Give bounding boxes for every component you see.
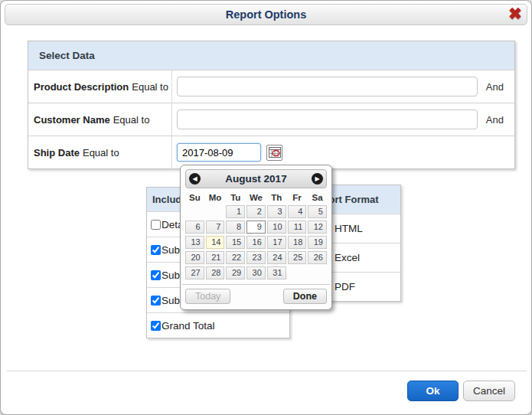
customer-name-input[interactable]: [177, 109, 478, 129]
calendar-day-8[interactable]: 8: [226, 221, 245, 234]
calendar-empty-cell: [288, 266, 307, 278]
calendar-day-12[interactable]: 12: [308, 221, 327, 234]
calendar-day-29[interactable]: 29: [226, 266, 245, 279]
footer-divider: [7, 371, 527, 371]
calendar-day-24[interactable]: 24: [267, 251, 286, 264]
datepicker-popup: ◀ August 2017 ▶ SuMoTuWeThFrSa 123456789…: [180, 165, 332, 310]
calendar-day-26[interactable]: 26: [308, 251, 327, 264]
select-data-table: Select Data Product Description Equal to…: [28, 41, 515, 169]
calendar-day-header: Th: [267, 191, 286, 204]
calendar-day-14[interactable]: 14: [206, 236, 225, 249]
calendar-day-header: We: [246, 191, 266, 204]
calendar-empty-cell: [185, 205, 204, 217]
calendar-day-11[interactable]: 11: [288, 221, 307, 234]
include-row-grand-total[interactable]: Grand Total: [147, 312, 289, 338]
calendar-day-13[interactable]: 13: [185, 236, 204, 249]
prev-month-icon: ◀: [192, 176, 197, 182]
sub-checkbox-2[interactable]: [151, 270, 161, 280]
calendar-day-header: Su: [185, 191, 204, 204]
calendar-day-2[interactable]: 2: [246, 205, 266, 218]
include-label: Sub: [162, 295, 180, 306]
ok-button[interactable]: Ok: [407, 381, 459, 401]
close-icon: ✖: [508, 5, 522, 21]
sub-checkbox-3[interactable]: [151, 296, 161, 306]
next-month-button[interactable]: ▶: [312, 173, 323, 185]
calendar-day-7[interactable]: 7: [206, 221, 225, 234]
calendar-day-header: Mo: [206, 191, 225, 204]
include-label: Sub: [162, 244, 180, 256]
calendar-day-header: Tu: [226, 191, 245, 204]
calendar-day-16[interactable]: 16: [246, 236, 266, 249]
calendar-empty-cell: [308, 266, 327, 278]
calendar-day-27[interactable]: 27: [185, 266, 204, 279]
calendar-day-30[interactable]: 30: [246, 266, 266, 279]
and-label: And: [486, 114, 504, 126]
calendar-day-header: Fr: [288, 191, 307, 204]
calendar-day-1[interactable]: 1: [226, 205, 245, 218]
calendar-day-31[interactable]: 31: [267, 266, 286, 279]
detail-checkbox[interactable]: [151, 220, 161, 230]
sub-checkbox-1[interactable]: [151, 245, 161, 255]
grand-total-checkbox[interactable]: [151, 321, 161, 331]
calendar-day-5[interactable]: 5: [308, 205, 327, 218]
month-year-label: August 2017: [225, 173, 286, 185]
dialog-title-bar: Report Options: [5, 4, 527, 25]
calendar-day-headers: SuMoTuWeThFrSa: [185, 191, 327, 204]
calendar-day-header: Sa: [308, 191, 327, 204]
calendar-day-28[interactable]: 28: [206, 266, 225, 279]
include-label: Grand Total: [162, 320, 215, 332]
calendar-day-20[interactable]: 20: [185, 251, 204, 264]
calendar-day-18[interactable]: 18: [288, 236, 307, 249]
select-data-header: Select Data: [28, 41, 514, 70]
next-month-icon: ▶: [315, 176, 319, 182]
calendar-day-15[interactable]: 15: [226, 236, 245, 249]
calendar-day-25[interactable]: 25: [288, 251, 307, 264]
customer-name-label: Customer Name Equal to: [28, 103, 172, 136]
report-options-dialog: Report Options ✖ Select Data Product Des…: [0, 0, 532, 415]
product-description-label: Product Description Equal to: [28, 70, 172, 103]
include-label: Sub: [162, 270, 180, 281]
product-description-input[interactable]: [177, 77, 478, 96]
calendar-day-10[interactable]: 10: [267, 221, 286, 234]
calendar-day-4[interactable]: 4: [288, 205, 307, 218]
filter-row-product-description: Product Description Equal to And: [28, 70, 514, 103]
calendar-day-3[interactable]: 3: [267, 205, 286, 218]
calendar-day-6[interactable]: 6: [185, 221, 204, 234]
done-button[interactable]: Done: [283, 289, 327, 304]
calendar-day-22[interactable]: 22: [226, 251, 245, 264]
ship-date-label: Ship Date Equal to: [28, 136, 172, 168]
close-button[interactable]: ✖: [505, 2, 525, 24]
cancel-button[interactable]: Cancel: [463, 381, 515, 401]
today-button[interactable]: Today: [185, 289, 230, 304]
datepicker-header: ◀ August 2017 ▶: [185, 169, 327, 188]
ship-date-input[interactable]: [177, 143, 261, 162]
filter-row-customer-name: Customer Name Equal to And: [28, 103, 514, 136]
prev-month-button[interactable]: ◀: [189, 173, 201, 185]
calendar-picker-button[interactable]: [266, 145, 282, 161]
filter-row-ship-date: Ship Date Equal to: [28, 136, 514, 168]
calendar-day-9[interactable]: 9: [246, 221, 266, 234]
calendar-day-23[interactable]: 23: [246, 251, 266, 264]
calendar-grid: 1234567891011121314151617181920212223242…: [185, 205, 327, 279]
calendar-icon: [269, 147, 281, 158]
and-label: And: [486, 81, 504, 93]
calendar-day-17[interactable]: 17: [267, 236, 286, 249]
calendar-day-21[interactable]: 21: [206, 251, 225, 264]
dialog-title: Report Options: [226, 8, 307, 21]
calendar-day-19[interactable]: 19: [308, 236, 327, 249]
calendar-empty-cell: [206, 205, 225, 217]
datepicker-footer: Today Done: [182, 284, 330, 306]
